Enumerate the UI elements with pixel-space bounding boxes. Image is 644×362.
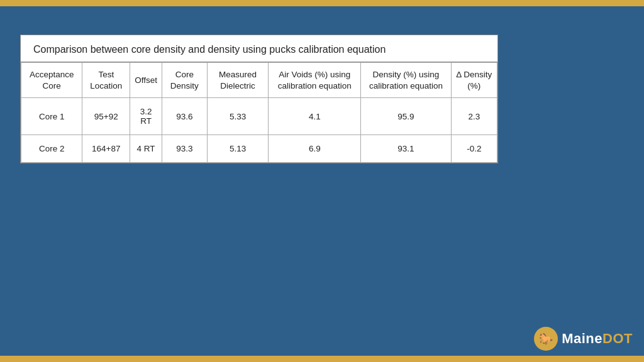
cell-row0-col5: 4.1 [269, 98, 361, 135]
logo-text: MaineDOT [562, 331, 633, 347]
logo-area: 🐎 MaineDOT [534, 327, 633, 351]
cell-row1-col7: -0.2 [451, 135, 497, 163]
cell-row1-col3: 93.3 [162, 135, 207, 163]
table-title: Comparison between core density and dens… [21, 35, 497, 62]
header-air-voids: Air Voids (%) using calibration equation [269, 63, 361, 98]
table-container: Comparison between core density and dens… [20, 35, 498, 163]
header-core-density: Core Density [162, 63, 207, 98]
cell-row1-col6: 93.1 [361, 135, 451, 163]
cell-row0-col2: 3.2 RT [130, 98, 162, 135]
cell-row0-col7: 2.3 [451, 98, 497, 135]
cell-row0-col4: 5.33 [207, 98, 269, 135]
header-density: Density (%) using calibration equation [361, 63, 451, 98]
content-area: Comparison between core density and dens… [20, 35, 624, 327]
cell-row1-col4: 5.13 [207, 135, 269, 163]
cell-row0-col6: 95.9 [361, 98, 451, 135]
cell-row0-col3: 93.6 [162, 98, 207, 135]
header-measured-dielectric: Measured Dielectric [207, 63, 269, 98]
cell-row1-col0: Core 2 [21, 135, 82, 163]
logo-icon: 🐎 [539, 332, 553, 346]
cell-row1-col5: 6.9 [269, 135, 361, 163]
cell-row0-col0: Core 1 [21, 98, 82, 135]
cell-row1-col2: 4 RT [130, 135, 162, 163]
top-bar [0, 0, 644, 6]
header-row: Acceptance Core Test Location Offset Cor… [21, 63, 497, 98]
cell-row1-col1: 164+87 [82, 135, 130, 163]
header-offset: Offset [130, 63, 162, 98]
logo-dot: DOT [602, 331, 633, 346]
table-row: Core 195+923.2 RT93.65.334.195.92.3 [21, 98, 497, 135]
comparison-table: Acceptance Core Test Location Offset Cor… [21, 62, 497, 163]
bottom-bar [0, 356, 644, 362]
header-acceptance-core: Acceptance Core [21, 63, 82, 98]
logo-badge: 🐎 [534, 327, 558, 351]
header-delta-density: Δ Density (%) [451, 63, 497, 98]
header-test-location: Test Location [82, 63, 130, 98]
table-row: Core 2164+874 RT93.35.136.993.1-0.2 [21, 135, 497, 163]
cell-row0-col1: 95+92 [82, 98, 130, 135]
